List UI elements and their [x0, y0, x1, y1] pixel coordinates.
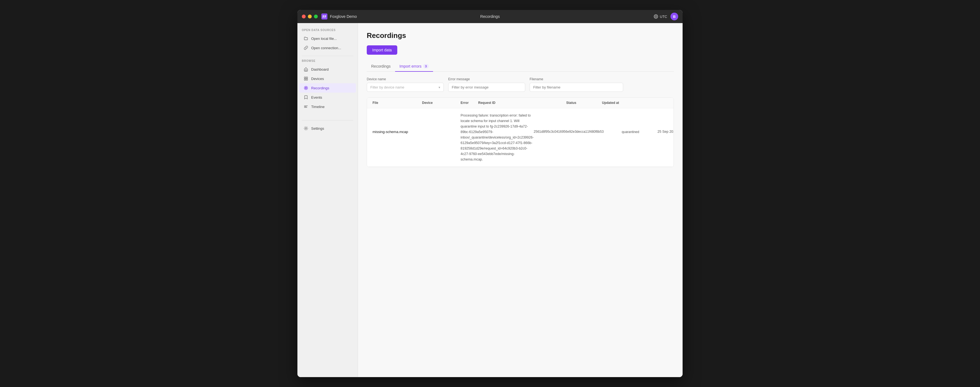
- th-request-id: Request ID: [478, 101, 566, 105]
- tabs: Recordings Import errors 3: [367, 61, 674, 72]
- tab-recordings[interactable]: Recordings: [367, 61, 395, 72]
- th-error: Error: [461, 101, 478, 105]
- table-row: missing-schema.mcap Processing failure: …: [367, 108, 673, 167]
- sidebar: OPEN DATA SOURCES Open local file...: [298, 23, 358, 377]
- titlebar: Foxglove Demo Recordings UTC B: [298, 10, 682, 23]
- sidebar-item-timeline[interactable]: Timeline: [299, 102, 356, 111]
- td-error: Processing failure: transcription error:…: [461, 113, 534, 162]
- sidebar-item-settings[interactable]: Settings: [299, 124, 356, 133]
- error-message-input[interactable]: [448, 83, 525, 92]
- home-icon: [304, 67, 309, 72]
- bookmark-icon: [304, 95, 309, 100]
- sidebar-item-events[interactable]: Events: [299, 93, 356, 102]
- filename-input[interactable]: [530, 83, 623, 92]
- th-status: Status: [566, 101, 602, 105]
- error-message-label: Error message: [448, 77, 525, 81]
- traffic-lights: [302, 14, 318, 18]
- page-title: Recordings: [367, 31, 674, 40]
- timeline-icon: [304, 104, 309, 109]
- gear-icon: [304, 126, 309, 131]
- recordings-label: Recordings: [311, 86, 329, 90]
- th-actions: [657, 101, 668, 105]
- open-connection-label: Open connection...: [311, 46, 341, 50]
- main-layout: OPEN DATA SOURCES Open local file...: [298, 23, 682, 377]
- sidebar-item-recordings[interactable]: Recordings: [299, 83, 356, 93]
- app-logo: [321, 13, 328, 20]
- td-request-id: 2561d8f95c3c0416956e92e3decca11f480f8b53: [534, 113, 622, 134]
- svg-point-16: [305, 128, 307, 129]
- sidebar-divider-2: [302, 120, 353, 121]
- link-icon: [304, 45, 309, 50]
- dashboard-label: Dashboard: [311, 67, 329, 71]
- timeline-label: Timeline: [311, 105, 325, 109]
- table-header: File Device Error Request ID Status Upda…: [367, 98, 673, 108]
- svg-point-12: [305, 87, 307, 89]
- minimize-button[interactable]: [308, 14, 312, 18]
- grid-icon: [304, 76, 309, 81]
- device-name-select[interactable]: Filter by device name ▾: [367, 83, 444, 92]
- events-label: Events: [311, 95, 322, 100]
- sidebar-item-dashboard[interactable]: Dashboard: [299, 65, 356, 74]
- sidebar-item-open-connection[interactable]: Open connection...: [299, 43, 356, 52]
- tab-recordings-label: Recordings: [371, 64, 391, 68]
- utc-label: UTC: [660, 14, 667, 19]
- devices-label: Devices: [311, 77, 324, 81]
- svg-rect-8: [306, 77, 308, 78]
- close-button[interactable]: [302, 14, 305, 18]
- td-file: missing-schema.mcap: [372, 113, 422, 135]
- browse-label: BROWSE: [298, 59, 358, 65]
- globe-icon: [654, 14, 658, 19]
- svg-rect-10: [306, 79, 308, 80]
- app-window: Foxglove Demo Recordings UTC B OPEN DATA…: [298, 10, 682, 377]
- record-icon: [304, 86, 309, 90]
- device-name-placeholder: Filter by device name: [370, 85, 404, 89]
- import-errors-badge: 3: [423, 64, 429, 68]
- folder-icon: [304, 36, 309, 41]
- svg-rect-6: [305, 70, 307, 71]
- tab-import-errors-label: Import errors: [399, 64, 422, 68]
- error-message-filter-group: Error message: [448, 77, 525, 92]
- utc-button[interactable]: UTC: [654, 14, 667, 19]
- titlebar-right: UTC B: [654, 13, 678, 21]
- titlebar-center-title: Recordings: [480, 14, 500, 19]
- svg-rect-9: [304, 79, 305, 80]
- content-area: Recordings Import data Recordings Import…: [358, 23, 682, 377]
- status-badge: quarantined: [622, 130, 639, 135]
- sidebar-item-devices[interactable]: Devices: [299, 74, 356, 83]
- svg-rect-7: [304, 77, 305, 78]
- device-name-label: Device name: [367, 77, 444, 81]
- open-local-file-label: Open local file...: [311, 36, 337, 41]
- td-status: quarantined: [622, 113, 657, 135]
- import-data-button[interactable]: Import data: [367, 45, 397, 55]
- import-errors-table: File Device Error Request ID Status Upda…: [367, 97, 674, 167]
- chevron-down-icon: ▾: [439, 86, 440, 89]
- filename-filter-group: Filename: [530, 77, 623, 92]
- sidebar-item-open-local-file[interactable]: Open local file...: [299, 34, 356, 43]
- td-updated-at: 25 Sep 2024 03:12:26 UTC: [657, 113, 674, 135]
- th-device: Device: [422, 101, 461, 105]
- settings-label: Settings: [311, 127, 324, 130]
- maximize-button[interactable]: [314, 14, 318, 18]
- th-file: File: [372, 101, 422, 105]
- th-updated-at: Updated at: [602, 101, 657, 105]
- tab-import-errors[interactable]: Import errors 3: [395, 61, 433, 72]
- user-avatar[interactable]: B: [670, 13, 678, 21]
- filters-row: Device name Filter by device name ▾ Erro…: [367, 77, 674, 92]
- filename-label: Filename: [530, 77, 623, 81]
- app-title: Foxglove Demo: [330, 14, 357, 19]
- device-name-filter-group: Device name Filter by device name ▾: [367, 77, 444, 92]
- svg-rect-0: [321, 13, 328, 19]
- open-data-sources-label: OPEN DATA SOURCES: [298, 29, 358, 34]
